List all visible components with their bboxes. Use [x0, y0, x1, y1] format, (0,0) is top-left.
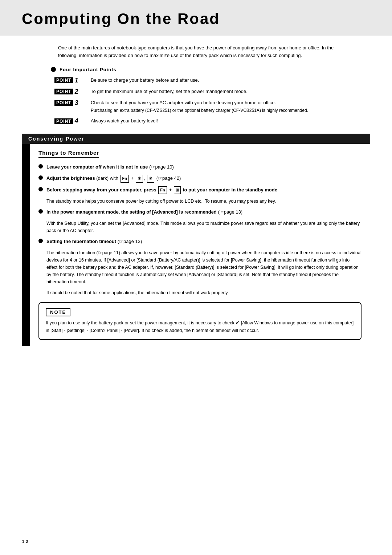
standby-key-icon: ⊞ — [174, 186, 181, 194]
note-box: NOTE If you plan to use only the battery… — [38, 302, 362, 340]
point-text-3: Check to see that you have your AC adapt… — [91, 99, 370, 107]
conserve-bullet-icon-5 — [38, 239, 43, 243]
main-content: One of the main features of notebook-typ… — [0, 36, 392, 360]
point-word-4: POINT — [54, 118, 73, 124]
four-important-points-label: Four Important Points — [60, 67, 117, 72]
conserve-bold-3: Before stepping away from your computer,… — [46, 187, 277, 193]
conserving-power-bar: Conserving Power — [22, 134, 370, 144]
point-item-1: POINT 1 Be sure to charge your battery b… — [54, 77, 370, 84]
point-item-2: POINT 2 To get the maximum use of your b… — [54, 88, 370, 96]
conserving-content: Things to Remember Leave your computer o… — [30, 144, 370, 346]
conserve-subtext-4: With the Setup Utility, you can set the … — [46, 220, 362, 234]
page-container: Computing On the Road One of the main fe… — [0, 0, 392, 555]
conserve-bold-2: Adjust the brightness — [46, 175, 95, 181]
conserve-bold-4: In the power management mode, the settin… — [46, 209, 217, 215]
note-text: If you plan to use only the battery pack… — [46, 319, 354, 334]
conserve-bullet-item-1: Leave your computer off when it is not i… — [38, 163, 362, 171]
important-points-section: Four Important Points POINT 1 Be sure to… — [51, 67, 370, 125]
conserve-normal-5: (☞page 13) — [118, 239, 142, 244]
point-text-block-3: Check to see that you have your AC adapt… — [91, 99, 370, 114]
point-number-3: 3 — [75, 99, 78, 107]
conserve-bold-1: Leave your computer off when it is not i… — [46, 164, 148, 170]
conserve-bullet-item-3: Before stepping away from your computer,… — [38, 186, 362, 194]
conserve-bold-5: Setting the hibernation timeout — [46, 239, 116, 244]
point-word-2: POINT — [54, 89, 73, 94]
conserve-bullet-item-2: Adjust the brightness (dark) with Fn + ☀… — [38, 175, 362, 183]
point-label-4: POINT 4 — [54, 117, 87, 125]
page-title: Computing On the Road — [22, 10, 370, 28]
point-text-1: Be sure to charge your battery before an… — [91, 77, 370, 84]
conserve-bullet-icon-3 — [38, 187, 43, 191]
conserve-normal-1: (☞page 10) — [149, 164, 174, 170]
conserve-bullet-item-4: In the power management mode, the settin… — [38, 208, 362, 216]
conserve-normal-4: (☞page 13) — [218, 209, 242, 215]
conserve-text-1: Leave your computer off when it is not i… — [46, 163, 362, 171]
conserve-text-2: Adjust the brightness (dark) with Fn + ☀… — [46, 175, 362, 183]
point-subtext-3: Purchasing an extra battery (CF-VZS251) … — [91, 107, 370, 114]
point-label-2: POINT 2 — [54, 88, 87, 96]
conserve-bullet-icon-2 — [38, 175, 43, 180]
conserve-normal-2: (dark) with Fn + ☀, ☀ (☞page 42) — [96, 175, 181, 181]
page-number: 1 2 — [22, 539, 28, 544]
things-to-remember-heading: Things to Remember — [38, 150, 99, 158]
point-number-2: 2 — [75, 88, 78, 96]
point-number-1: 1 — [75, 77, 78, 84]
brightness-up-key-icon: ☀ — [136, 175, 143, 183]
conserve-subtext-5b: It should be noted that for some applica… — [46, 289, 362, 296]
section-header-bullet: Four Important Points — [51, 67, 370, 72]
content-with-sidebar: Things to Remember Leave your computer o… — [22, 144, 370, 346]
intro-text: One of the main features of notebook-typ… — [58, 44, 334, 60]
point-label-3: POINT 3 — [54, 99, 87, 107]
bullet-circle-icon — [51, 67, 56, 72]
conserve-text-5: Setting the hibernation timeout (☞page 1… — [46, 238, 362, 246]
point-text-4: Always watch your battery level! — [91, 117, 370, 125]
conserving-power-label: Conserving Power — [28, 136, 85, 142]
point-word-1: POINT — [54, 77, 73, 83]
point-text-2: To get the maximum use of your battery, … — [91, 88, 370, 96]
fn-key2-icon: Fn — [158, 186, 167, 194]
header-section: Computing On the Road — [0, 0, 392, 36]
conserve-text-4: In the power management mode, the settin… — [46, 208, 362, 216]
conserve-bullet-icon-1 — [38, 164, 43, 169]
conserve-text-3: Before stepping away from your computer,… — [46, 186, 362, 194]
conserve-subtext-5a: The hibernation function (☞page 11) allo… — [46, 249, 362, 285]
point-number-4: 4 — [75, 117, 78, 125]
point-item-4: POINT 4 Always watch your battery level! — [54, 117, 370, 125]
note-label: NOTE — [46, 308, 70, 316]
conserve-bullet-icon-4 — [38, 209, 43, 214]
point-item-3: POINT 3 Check to see that you have your … — [54, 99, 370, 114]
conserve-bullet-item-5: Setting the hibernation timeout (☞page 1… — [38, 238, 362, 246]
brightness-down-key-icon: ☀ — [147, 175, 154, 183]
point-word-3: POINT — [54, 100, 73, 106]
left-black-bar — [22, 144, 30, 346]
fn-key-icon: Fn — [121, 175, 129, 183]
conserve-subtext-3: The standby mode helps you conserve powe… — [46, 198, 362, 205]
point-label-1: POINT 1 — [54, 77, 87, 84]
